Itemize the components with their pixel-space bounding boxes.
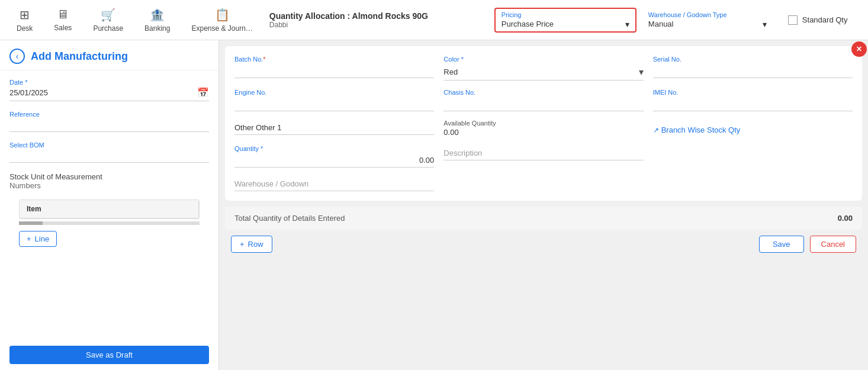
- pricing-dropdown[interactable]: Pricing Purchase Price ▾: [494, 8, 636, 33]
- close-button[interactable]: ×: [851, 41, 867, 57]
- imei-no-field: IMEI No.: [653, 89, 853, 111]
- main-layout: ‹ Add Manufacturing Date * 25/01/2025 📅 …: [0, 40, 868, 370]
- purchase-icon: 🛒: [101, 8, 115, 22]
- engine-no-input[interactable]: [234, 98, 434, 111]
- save-draft-button[interactable]: Save as Draft: [9, 346, 209, 364]
- batch-no-label: Batch No.*: [234, 56, 434, 63]
- imei-no-input[interactable]: [653, 98, 853, 111]
- standard-qty-checkbox[interactable]: [788, 15, 798, 25]
- uom-value: Numbers: [9, 181, 209, 190]
- date-value: 25/01/2025: [9, 88, 48, 97]
- warehouse-input[interactable]: [234, 178, 434, 191]
- dialog-title-section: Quantity Allocation : Almond Rocks 90G D…: [269, 11, 488, 29]
- add-row-label: Row: [248, 240, 263, 249]
- other-value: Other Other 1: [234, 122, 434, 135]
- empty-cell-1: [653, 145, 853, 168]
- date-field: Date * 25/01/2025 📅: [9, 79, 209, 101]
- chasis-no-field: Chasis No.: [443, 89, 643, 111]
- nav-desk[interactable]: ⊞ Desk: [6, 3, 43, 37]
- dialog-main-title: Quantity Allocation : Almond Rocks 90G: [269, 11, 479, 21]
- bom-field: Select BOM: [9, 141, 209, 163]
- nav-banking-label: Banking: [144, 24, 170, 33]
- pricing-value: Purchase Price: [501, 20, 554, 28]
- serial-no-field: Serial No.: [653, 56, 853, 81]
- warehouse-field: [234, 176, 434, 191]
- scrollbar-thumb: [19, 221, 43, 225]
- sidebar: ‹ Add Manufacturing Date * 25/01/2025 📅 …: [0, 40, 219, 370]
- other-field: Other Other 1: [234, 120, 434, 137]
- table-header: Item: [20, 200, 199, 218]
- form-grid: Batch No.* Color * Red ▾ Serial No.: [234, 56, 853, 191]
- nav-purchase[interactable]: 🛒 Purchase: [82, 3, 134, 37]
- sidebar-body: Date * 25/01/2025 📅 Reference Select BOM…: [0, 70, 218, 346]
- quantity-input-wrap: [234, 155, 434, 168]
- plus-row-icon: +: [240, 240, 245, 249]
- warehouse-type-label: Warehouse / Godown Type: [648, 11, 767, 18]
- add-line-label: Line: [35, 234, 50, 243]
- sales-icon: 🖥: [57, 8, 69, 21]
- nav-desk-label: Desk: [17, 24, 33, 33]
- serial-no-input[interactable]: [653, 65, 853, 78]
- branch-link-label: Branch Wise Stock Qty: [661, 126, 741, 134]
- reference-input[interactable]: [9, 119, 209, 132]
- back-button[interactable]: ‹: [9, 49, 25, 64]
- desk-icon: ⊞: [20, 8, 30, 22]
- date-label: Date *: [9, 79, 209, 86]
- nav-expense[interactable]: 📋 Expense & Journ…: [181, 3, 263, 37]
- nav-sales-label: Sales: [54, 24, 72, 32]
- sidebar-title: Add Manufacturing: [31, 50, 128, 63]
- expense-icon: 📋: [215, 8, 230, 22]
- avail-qty: Available Quantity 0.00: [443, 120, 643, 137]
- warehouse-type-value: Manual: [648, 20, 674, 28]
- reference-field: Reference: [9, 111, 209, 132]
- standard-qty-section: Standard Qty: [779, 15, 857, 25]
- nav-sales[interactable]: 🖥 Sales: [43, 3, 82, 37]
- calendar-icon[interactable]: 📅: [197, 87, 209, 98]
- chasis-no-label: Chasis No.: [443, 89, 643, 96]
- add-line-button[interactable]: + Line: [19, 231, 57, 247]
- reference-label: Reference: [9, 111, 209, 118]
- total-qty-value: 0.00: [838, 214, 853, 223]
- color-label: Color *: [443, 56, 643, 63]
- item-column-header: Item: [20, 200, 199, 218]
- engine-no-field: Engine No.: [234, 89, 434, 111]
- engine-no-label: Engine No.: [234, 89, 434, 96]
- cancel-button[interactable]: Cancel: [810, 236, 856, 253]
- standard-qty-label: Standard Qty: [802, 15, 848, 24]
- pricing-select[interactable]: Purchase Price ▾: [501, 20, 629, 29]
- warehouse-type-select[interactable]: Manual ▾: [648, 20, 767, 29]
- main-content: × Batch No.* Color * Red ▾: [219, 40, 868, 370]
- quantity-field: Quantity *: [234, 145, 434, 168]
- pricing-chevron-icon: ▾: [625, 20, 629, 29]
- color-chevron-icon: ▾: [639, 66, 644, 78]
- nav-expense-label: Expense & Journ…: [191, 24, 252, 33]
- color-value: Red: [443, 67, 458, 76]
- add-row-button[interactable]: + Row: [231, 236, 272, 253]
- dialog-body: × Batch No.* Color * Red ▾: [225, 46, 862, 201]
- action-buttons: Save Cancel: [759, 236, 856, 253]
- scrollbar[interactable]: [19, 221, 200, 225]
- warehouse-type-dropdown[interactable]: Warehouse / Godown Type Manual ▾: [642, 9, 773, 31]
- color-field: Color * Red ▾: [443, 56, 643, 81]
- nav-banking[interactable]: 🏦 Banking: [134, 3, 181, 37]
- dialog-action-bar: + Row Save Cancel: [219, 230, 868, 259]
- dialog-sub-title: Dabbi: [269, 21, 479, 29]
- uom-section: Stock Unit of Measurement Numbers: [9, 172, 209, 190]
- serial-no-label: Serial No.: [653, 56, 853, 63]
- top-nav: ⊞ Desk 🖥 Sales 🛒 Purchase 🏦 Banking 📋 Ex…: [0, 0, 868, 40]
- avail-qty-label: Available Quantity: [443, 120, 643, 127]
- description-field: [443, 145, 643, 168]
- quantity-label: Quantity *: [234, 145, 434, 152]
- bom-input[interactable]: [9, 150, 209, 163]
- quantity-input[interactable]: [234, 156, 434, 165]
- branch-wise-stock-link[interactable]: ↗ Branch Wise Stock Qty: [653, 121, 741, 134]
- description-input[interactable]: [443, 147, 643, 160]
- imei-no-label: IMEI No.: [653, 89, 853, 96]
- batch-no-input[interactable]: [234, 65, 434, 78]
- avail-qty-section: Available Quantity 0.00: [443, 120, 643, 137]
- uom-label: Stock Unit of Measurement: [9, 172, 209, 181]
- color-dropdown[interactable]: Red ▾: [443, 65, 643, 81]
- save-button[interactable]: Save: [759, 236, 804, 253]
- total-qty-label: Total Quantity of Details Entered: [234, 214, 345, 223]
- chasis-no-input[interactable]: [443, 98, 643, 111]
